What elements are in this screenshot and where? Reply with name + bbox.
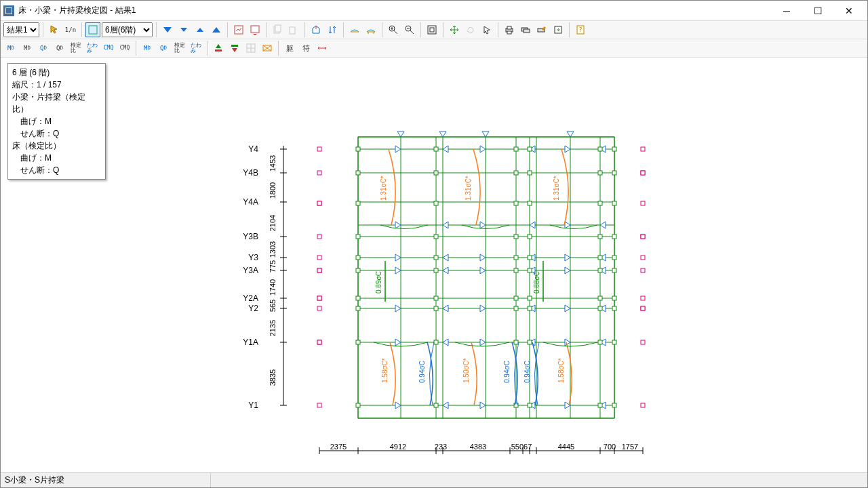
svg-rect-110 xyxy=(528,147,532,151)
svg-text:Y4B: Y4B xyxy=(243,168,258,178)
tri-up-icon[interactable] xyxy=(193,22,208,37)
home-up-icon[interactable] xyxy=(309,22,323,37)
svg-rect-114 xyxy=(317,171,321,175)
export-icon[interactable] xyxy=(551,22,566,37)
bridge2-icon[interactable] xyxy=(363,22,378,37)
svg-rect-12 xyxy=(507,31,511,34)
svg-text:1303: 1303 xyxy=(269,241,277,258)
svg-text:775: 775 xyxy=(269,260,277,272)
cursor-icon[interactable] xyxy=(479,22,494,37)
svg-rect-8 xyxy=(428,26,436,34)
svg-rect-165 xyxy=(514,306,518,310)
svg-rect-175 xyxy=(598,340,602,344)
help-icon[interactable]: ? xyxy=(573,22,588,37)
svg-rect-14 xyxy=(524,29,530,33)
svg-text:2375: 2375 xyxy=(330,443,347,451)
minimize-button[interactable]: ─ xyxy=(771,1,802,20)
svg-rect-120 xyxy=(612,171,616,175)
sort-icon[interactable] xyxy=(325,22,340,37)
svg-text:1800: 1800 xyxy=(269,182,277,199)
close-button[interactable]: ✕ xyxy=(833,1,865,20)
md3-button[interactable]: MD xyxy=(140,41,155,56)
svg-text:Y4A: Y4A xyxy=(243,197,258,207)
cmq1-button[interactable]: CMQ xyxy=(101,41,116,56)
floor-select[interactable]: 6層(6階) xyxy=(102,22,153,37)
toolbar-2: MD MD QD QD 検定比 たわみ CMQ CMQ MD QD 検定比 たわ… xyxy=(1,39,867,58)
grid2-icon[interactable] xyxy=(260,41,275,56)
tri-down-icon[interactable] xyxy=(176,22,191,37)
ku-button[interactable]: 躯 xyxy=(282,41,297,56)
app-icon xyxy=(3,5,14,16)
svg-rect-190 xyxy=(641,171,645,175)
tri-down-blue-icon[interactable] xyxy=(160,22,175,37)
svg-rect-156 xyxy=(434,296,438,300)
md1-button[interactable]: MD xyxy=(3,41,18,56)
svg-text:4383: 4383 xyxy=(470,443,486,451)
qd1-button[interactable]: QD xyxy=(36,41,51,56)
chart-icon[interactable] xyxy=(231,22,246,37)
svg-rect-188 xyxy=(317,296,321,300)
qd2-button[interactable]: QD xyxy=(52,41,67,56)
select-rect-icon[interactable] xyxy=(85,22,100,37)
svg-rect-172 xyxy=(434,340,438,344)
svg-rect-19 xyxy=(215,49,222,52)
svg-text:Y4: Y4 xyxy=(248,144,258,154)
svg-text:3835: 3835 xyxy=(269,369,277,386)
qd3-button[interactable]: QD xyxy=(156,41,171,56)
svg-rect-2 xyxy=(251,26,259,33)
svg-text:1.50σC*: 1.50σC* xyxy=(462,358,470,383)
svg-text:700: 700 xyxy=(604,443,616,451)
printset-icon[interactable] xyxy=(534,22,549,37)
svg-rect-107 xyxy=(356,147,360,151)
md2-button[interactable]: MD xyxy=(20,41,35,56)
tri-up-bar-icon[interactable] xyxy=(209,22,224,37)
pointer-icon[interactable] xyxy=(47,22,62,37)
printall-icon[interactable] xyxy=(518,22,533,37)
maximize-button[interactable]: ☐ xyxy=(802,1,833,20)
svg-rect-163 xyxy=(356,306,360,310)
svg-rect-125 xyxy=(514,201,518,205)
svg-rect-174 xyxy=(528,340,532,344)
harrw-icon[interactable] xyxy=(315,41,330,56)
fraction-icon[interactable]: 1/n xyxy=(63,22,78,37)
svg-rect-179 xyxy=(356,403,360,407)
svg-rect-158 xyxy=(528,296,532,300)
titlebar: 床・小梁・片持梁検定図 - 結果1 ─ ☐ ✕ xyxy=(1,1,867,21)
result-select[interactable]: 結果1 xyxy=(3,22,39,37)
svg-text:1.31σC*: 1.31σC* xyxy=(380,176,387,201)
fu-button[interactable]: 符 xyxy=(298,41,313,56)
svg-rect-173 xyxy=(514,340,518,344)
svg-rect-143 xyxy=(598,256,602,260)
svg-text:233: 233 xyxy=(435,443,447,451)
green-up-icon[interactable] xyxy=(211,41,226,56)
cmq2-button[interactable]: CMQ xyxy=(117,41,132,56)
svg-rect-109 xyxy=(514,147,518,151)
fit-icon[interactable] xyxy=(425,22,439,37)
svg-rect-111 xyxy=(598,147,602,151)
bridge1-icon[interactable] xyxy=(347,22,362,37)
content-area: 6 層 (6 階) 縮尺：1 / 157 小梁・片持梁（検定比） 曲げ：M せん… xyxy=(1,58,867,472)
svg-rect-183 xyxy=(598,403,602,407)
kentei2-button[interactable]: 検定比 xyxy=(172,41,187,56)
svg-rect-148 xyxy=(434,268,438,272)
svg-rect-133 xyxy=(514,235,518,239)
svg-rect-117 xyxy=(514,171,518,175)
zoom-out-icon[interactable] xyxy=(402,22,417,37)
red-down-icon[interactable] xyxy=(227,41,242,56)
svg-rect-116 xyxy=(434,171,438,175)
svg-text:Y1: Y1 xyxy=(248,401,258,410)
pan-icon[interactable] xyxy=(447,22,462,37)
svg-rect-150 xyxy=(528,268,532,272)
print-icon[interactable] xyxy=(502,22,517,37)
tawami2-button[interactable]: たわみ xyxy=(189,41,203,56)
svg-text:0.94σC: 0.94σC xyxy=(524,361,531,383)
svg-rect-159 xyxy=(598,296,602,300)
zoom-in-icon[interactable] xyxy=(386,22,401,37)
svg-rect-184 xyxy=(612,403,616,407)
svg-rect-151 xyxy=(598,268,602,272)
tawami1-button[interactable]: たわみ xyxy=(85,41,100,56)
svg-rect-136 xyxy=(612,235,616,239)
chart-down-icon[interactable] xyxy=(248,22,262,37)
svg-text:Y1A: Y1A xyxy=(243,338,258,347)
kentei1-button[interactable]: 検定比 xyxy=(68,41,83,56)
